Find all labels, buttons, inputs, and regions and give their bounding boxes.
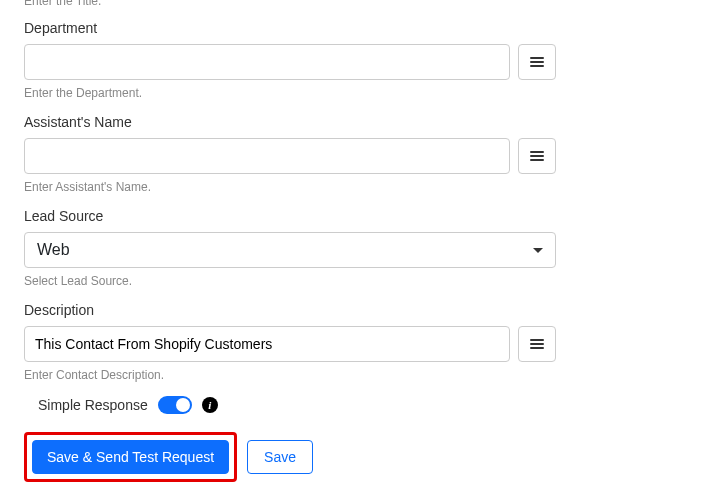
department-field: Department Enter the Department. [24, 20, 556, 100]
highlight-annotation: Save & Send Test Request [24, 432, 237, 482]
assistant-field: Assistant's Name Enter Assistant's Name. [24, 114, 556, 194]
department-menu-button[interactable] [518, 44, 556, 80]
description-menu-button[interactable] [518, 326, 556, 362]
assistant-input[interactable] [24, 138, 510, 174]
lead-source-select[interactable]: Web [24, 232, 556, 268]
chevron-down-icon [533, 248, 543, 253]
simple-response-row: Simple Response i [38, 396, 556, 414]
simple-response-toggle[interactable] [158, 396, 192, 414]
department-label: Department [24, 20, 556, 36]
toggle-knob [176, 398, 190, 412]
assistant-label: Assistant's Name [24, 114, 556, 130]
description-input[interactable] [24, 326, 510, 362]
save-send-test-button[interactable]: Save & Send Test Request [32, 440, 229, 474]
lead-source-field: Lead Source Web Select Lead Source. [24, 208, 556, 288]
title-helper: Enter the Title. [24, 0, 556, 8]
department-input[interactable] [24, 44, 510, 80]
save-button[interactable]: Save [247, 440, 313, 474]
menu-icon [530, 151, 544, 161]
simple-response-label: Simple Response [38, 397, 148, 413]
lead-source-label: Lead Source [24, 208, 556, 224]
actions-row: Save & Send Test Request Save [24, 432, 556, 482]
description-field: Description Enter Contact Description. [24, 302, 556, 382]
description-label: Description [24, 302, 556, 318]
menu-icon [530, 57, 544, 67]
lead-source-helper: Select Lead Source. [24, 274, 556, 288]
info-icon[interactable]: i [202, 397, 218, 413]
lead-source-value: Web [37, 241, 70, 259]
department-helper: Enter the Department. [24, 86, 556, 100]
assistant-helper: Enter Assistant's Name. [24, 180, 556, 194]
menu-icon [530, 339, 544, 349]
description-helper: Enter Contact Description. [24, 368, 556, 382]
assistant-menu-button[interactable] [518, 138, 556, 174]
